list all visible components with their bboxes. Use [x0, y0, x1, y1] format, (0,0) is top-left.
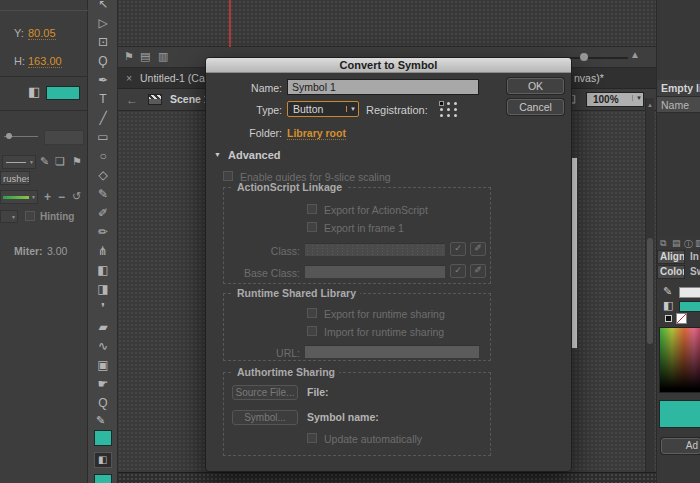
cap-style-select[interactable]: ▼ [0, 210, 18, 223]
add-icon[interactable]: + [44, 190, 51, 204]
class-edit-button[interactable]: ✐ [470, 242, 486, 256]
cap-style-dropdown-icon[interactable]: ▼ [11, 214, 16, 220]
tab-close-icon[interactable]: × [126, 72, 132, 84]
registration-point[interactable] [440, 108, 443, 111]
oval-tool-icon[interactable]: ○ [88, 147, 118, 166]
trash-icon[interactable]: ▥ [158, 50, 168, 63]
width-tool-icon[interactable]: ∿ [88, 337, 118, 356]
stroke-preview-select[interactable]: ▼ [0, 190, 38, 204]
link-icon[interactable]: ⧉ [660, 238, 666, 249]
fill-bucket-icon[interactable]: ◧ [663, 299, 673, 312]
tool-fill-color-swatch-2[interactable] [94, 474, 112, 483]
fill-color-chip[interactable] [679, 301, 700, 312]
brushes-button[interactable]: rushes [0, 171, 30, 185]
ink-bottle-tool-icon[interactable]: ◨ [88, 280, 118, 299]
registration-grid[interactable] [438, 100, 459, 118]
color-picker-gradient[interactable] [659, 327, 700, 393]
stroke-style-dropdown-icon[interactable]: ▼ [29, 159, 34, 165]
stroke-preview-dropdown-icon[interactable]: ▼ [31, 194, 36, 200]
ok-button[interactable]: OK [507, 78, 564, 94]
advanced-disclosure-icon[interactable]: ▼ [214, 151, 221, 158]
stroke-pencil-icon[interactable]: ✎ [40, 155, 49, 168]
update-automatically-checkbox[interactable] [307, 433, 317, 443]
no-color-icon[interactable] [676, 313, 687, 324]
nine-slice-checkbox[interactable] [223, 171, 233, 181]
registration-point-selected[interactable] [439, 101, 444, 106]
line-tool-icon[interactable]: ╱ [88, 109, 118, 128]
brush-options-icon[interactable]: ⚑ [72, 155, 82, 168]
registration-point[interactable] [447, 102, 450, 105]
url-input[interactable] [305, 345, 479, 358]
rectangle-tool-icon[interactable]: ▭ [88, 128, 118, 147]
eraser-tool-icon[interactable]: ▰ [88, 318, 118, 337]
class-validate-button[interactable]: ✓ [450, 242, 466, 256]
text-tool-icon[interactable]: T [88, 90, 118, 109]
subselection-tool-icon[interactable]: ▷ [88, 14, 118, 33]
new-symbol-flag-icon[interactable]: ⚑ [124, 50, 134, 63]
hinting-checkbox[interactable] [25, 211, 35, 221]
stage-zoom-dropdown-icon[interactable]: ▼ [632, 95, 642, 101]
back-arrow-icon[interactable]: ← [126, 93, 138, 107]
registration-point[interactable] [440, 114, 443, 117]
cancel-button[interactable]: Cancel [507, 99, 564, 115]
scene-breadcrumb[interactable]: Scene 1 [170, 93, 210, 105]
tool-fill-color-swatch[interactable] [94, 430, 112, 446]
tab-info-partial[interactable]: In [690, 251, 699, 262]
lasso-tool-icon[interactable]: Ϙ [88, 52, 118, 71]
registration-point[interactable] [454, 102, 457, 105]
tab-swatches-partial[interactable]: Sw [690, 266, 700, 277]
eyedropper-tool-icon[interactable]: ❜ [88, 299, 118, 318]
zoom-tool-icon[interactable]: Q [88, 394, 118, 413]
symbol-button[interactable]: Symbol... [232, 410, 298, 425]
y-position-value[interactable]: 80.05 [28, 27, 56, 40]
stroke-pencil-icon[interactable]: ✎ [663, 285, 672, 298]
class-input[interactable] [305, 243, 445, 256]
miter-value[interactable]: 3.00 [47, 245, 67, 257]
fill-color-swatch[interactable] [46, 86, 80, 100]
add-swatch-button[interactable]: Ad [661, 438, 700, 454]
tab-color[interactable]: Color [657, 265, 685, 279]
trash-icon[interactable]: ▥ [695, 238, 700, 248]
base-class-edit-button[interactable]: ✐ [470, 264, 486, 278]
tool-swap-colors-button[interactable]: ◧ [94, 452, 112, 468]
hand-tool-icon[interactable]: ☛ [88, 375, 118, 394]
document-tab-title-right-fragment[interactable]: nvas)* [574, 72, 604, 84]
paint-bucket-tool-icon[interactable]: ◧ [88, 261, 118, 280]
export-runtime-sharing-checkbox[interactable] [307, 308, 317, 318]
brush-tool-icon[interactable]: ✏ [88, 223, 118, 242]
export-in-frame-checkbox[interactable] [307, 222, 317, 232]
fill-bucket-icon[interactable]: ◧ [28, 84, 40, 99]
polystar-tool-icon[interactable]: ◇ [88, 166, 118, 185]
stroke-size-slider-handle[interactable] [6, 133, 12, 139]
source-file-button[interactable]: Source File... [232, 385, 298, 400]
bone-tool-icon[interactable]: ⋔ [88, 242, 118, 261]
color-preview-swatch[interactable] [659, 400, 700, 428]
camera-tool-icon[interactable]: ▣ [88, 356, 118, 375]
timeline-playhead[interactable] [229, 0, 231, 47]
scrollbar-up-icon[interactable]: ▲ [647, 102, 653, 108]
registration-point[interactable] [447, 114, 450, 117]
copy-swatch-icon[interactable]: ❏ [55, 155, 65, 168]
height-value[interactable]: 163.00 [28, 55, 62, 68]
library-header[interactable]: Empty libra [657, 80, 700, 97]
registration-point[interactable] [447, 108, 450, 111]
type-dropdown[interactable]: Button ▼ [287, 101, 359, 117]
import-runtime-sharing-checkbox[interactable] [307, 326, 317, 336]
stroke-color-chip[interactable] [679, 287, 700, 298]
base-class-validate-button[interactable]: ✓ [450, 264, 466, 278]
pencil-tool-icon[interactable]: ✎ [88, 185, 118, 204]
type-dropdown-arrow-icon[interactable]: ▼ [346, 106, 356, 112]
pen-tool-icon[interactable]: ✒ [88, 71, 118, 90]
library-name-column-header[interactable]: Name [657, 97, 700, 113]
registration-point[interactable] [454, 114, 457, 117]
free-transform-tool-icon[interactable]: ⊡ [88, 33, 118, 52]
stroke-style-select[interactable]: ▼ [2, 155, 36, 169]
paint-brush-tool-icon[interactable]: ✐ [88, 204, 118, 223]
stage-zoom-control[interactable]: 100% ▼ [586, 92, 644, 107]
folder-link[interactable]: Library root [287, 127, 346, 140]
scrollbar-thumb[interactable] [647, 238, 653, 344]
stroke-color-pencil-icon[interactable]: ✎ [96, 414, 105, 427]
library-item-list[interactable] [657, 113, 700, 237]
base-class-input[interactable] [305, 265, 445, 278]
folder-icon[interactable]: ▤ [140, 50, 150, 63]
